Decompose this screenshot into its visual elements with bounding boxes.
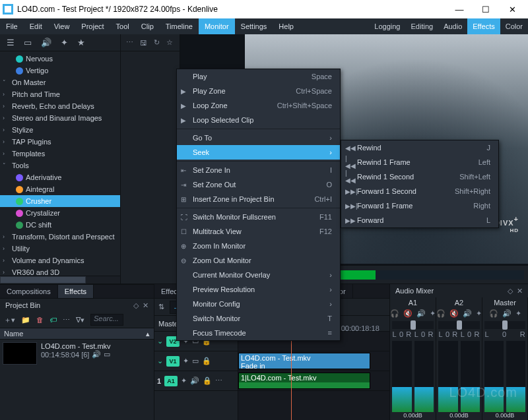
menu-timeline[interactable]: Timeline [160,18,199,34]
menu-view[interactable]: View [48,18,76,34]
layout-editing[interactable]: Editing [405,18,438,34]
star-icon[interactable]: ☆ [166,38,173,47]
tab-compositions[interactable]: Compositions [0,285,58,298]
menu-config[interactable]: Monitor Config› [177,297,340,311]
seek-fwd-sec[interactable]: ▶▶|Forward 1 SecondShift+Right [341,184,498,198]
menu-zone-out[interactable]: ⇥Set Zone OutO [177,177,340,192]
tree-item[interactable]: Aderivative [0,171,120,183]
mute-icon[interactable]: 🔇 [403,309,412,320]
pan-slider[interactable] [484,321,525,329]
tree-group[interactable]: ›Reverb, Echo and Delays [0,100,120,112]
menu-play-zone[interactable]: ▶Play ZoneCtrl+Space [177,84,340,98]
menu-focus-tc[interactable]: Focus Timecode= [177,326,340,340]
headphone-icon[interactable]: 🎧 [436,309,446,320]
menu-monitor[interactable]: Monitor [199,18,235,34]
menu-edit[interactable]: Edit [24,18,48,34]
tree-group[interactable]: ›Pitch and Time [0,88,120,100]
menu-play[interactable]: PlaySpace [177,69,340,84]
bin-column-header[interactable]: Name▴ [0,328,154,340]
dots-icon[interactable]: ⋯ [126,38,133,47]
tree-group[interactable]: ›Transform, Distort and Perspect [0,231,120,243]
maximize-button[interactable]: ☐ [473,0,499,18]
menu-preview-res[interactable]: Preview Resolution› [177,282,340,297]
folder-icon[interactable]: 📁 [21,316,30,324]
tag-icon[interactable]: 🏷 [50,316,57,324]
wand-icon[interactable]: ✦ [183,357,189,365]
solo-icon[interactable]: 🔊 [416,309,426,320]
menu-file[interactable]: File [0,18,24,34]
menu-multitrack[interactable]: ☐Multitrack ViewF12 [177,224,340,239]
seek-fwd-frame[interactable]: ▶▶|Forward 1 FrameRight [341,198,498,213]
tree-group[interactable]: ›TAP Plugins [0,136,120,148]
menu-fullscreen[interactable]: ⛶Switch Monitor FullscreenF11 [177,210,340,224]
menu-project[interactable]: Project [75,18,110,34]
mute-icon[interactable]: 🔊 [190,376,199,385]
menu-overlay[interactable]: Current Monitor Overlay› [177,268,340,282]
star-icon[interactable]: ★ [77,38,85,47]
add-icon[interactable]: ＋▾ [4,315,15,325]
close-icon[interactable]: ✕ [517,287,523,295]
seek-rewind-sec[interactable]: |◀◀Rewind 1 SecondShift+Left [341,169,498,184]
tree-group[interactable]: ›Stylize [0,124,120,136]
menu-zoom-in[interactable]: ⊕Zoom In Monitor [177,239,340,253]
headphone-icon[interactable]: 🎧 [489,309,498,320]
delete-icon[interactable]: 🗑 [36,316,44,324]
tree-item[interactable]: Nervous [0,53,120,65]
wand-icon[interactable]: ✦ [61,38,68,47]
list-icon[interactable]: ☰ [7,38,15,47]
filter-icon[interactable]: ∇▾ [76,316,84,324]
headphone-icon[interactable]: 🎧 [390,309,399,320]
menu-loop-zone[interactable]: ▶Loop ZoneCtrl+Shift+Space [177,98,340,113]
menu-clip[interactable]: Clip [135,18,160,34]
mute-icon[interactable]: 🔇 [449,309,459,320]
menu-goto[interactable]: Go To› [177,131,340,145]
monitor-icon[interactable]: ▭ [24,38,32,47]
lock-icon[interactable]: 🔒 [202,357,211,365]
tree-group[interactable]: ˅On Master [0,76,120,88]
seek-forward[interactable]: ▶▶ForwardL [341,213,498,227]
tree-item[interactable]: Aintegral [0,183,120,195]
minimize-button[interactable]: — [446,0,473,18]
tree-item[interactable]: DC shift [0,219,120,231]
tree-group[interactable]: ›Templates [0,148,120,160]
tree-group[interactable]: ›Volume and Dynamics [0,255,120,266]
menu-zone-in[interactable]: ⇤Set Zone InI [177,163,340,177]
refresh-icon[interactable]: ↻ [154,38,160,47]
tree-group[interactable]: ›Utility [0,243,120,255]
audio-icon[interactable]: 🔊 [41,38,51,47]
menu-tool[interactable]: Tool [110,18,135,34]
rec-icon[interactable]: ✦ [430,309,436,320]
tree-group-tools[interactable]: ˅Tools [0,160,120,171]
tab-effects[interactable]: Effects [58,285,94,298]
dots-icon[interactable]: ⋯ [63,316,70,324]
menu-insert-zone[interactable]: ⊞Insert Zone in Project BinCtrl+I [177,192,340,206]
layout-audio[interactable]: Audio [438,18,467,34]
track-header-a1[interactable]: 1A1✦🔊🔒⋯ [154,371,238,391]
wand-icon[interactable]: ✦ [181,376,187,385]
menu-help[interactable]: Help [273,18,300,34]
solo-icon[interactable]: 🔊 [463,309,472,320]
track-tool-icon[interactable]: ⇅ [158,303,164,311]
undock-icon[interactable]: ◇ [133,301,139,310]
video-clip[interactable]: LO4D.com - Test.mkvFade in [238,353,370,369]
bin-clip[interactable]: LO4D.com - Test.mkv 00:14:58:04 [6] 🔊 ▭ [3,342,151,365]
tree-item[interactable]: Vertigo [0,65,120,76]
close-button[interactable]: ✕ [499,0,525,18]
layout-color[interactable]: Color [500,18,528,34]
menu-zoom-out[interactable]: ⊖Zoom Out Monitor [177,253,340,268]
lock-icon[interactable]: 🔒 [203,376,212,385]
fader[interactable] [414,341,434,412]
menu-switch[interactable]: Switch MonitorT [177,311,340,326]
mute-icon[interactable]: 🔊 [502,309,512,320]
seek-rewind[interactable]: ◀◀RewindJ [341,140,498,155]
search-input[interactable]: Searc... [90,314,123,326]
fader[interactable] [506,341,525,412]
fader[interactable] [461,341,480,412]
layout-logging[interactable]: Logging [369,18,405,34]
tree-group[interactable]: ›Stereo and Binaural Images [0,112,120,124]
tree-group[interactable]: ›VR360 and 3D [0,266,120,276]
layout-effects[interactable]: Effects [467,18,500,34]
menu-settings[interactable]: Settings [235,18,273,34]
tree-item-crusher[interactable]: Crusher [0,195,120,207]
effects-tree[interactable]: Nervous Vertigo ˅On Master ›Pitch and Ti… [0,51,120,276]
